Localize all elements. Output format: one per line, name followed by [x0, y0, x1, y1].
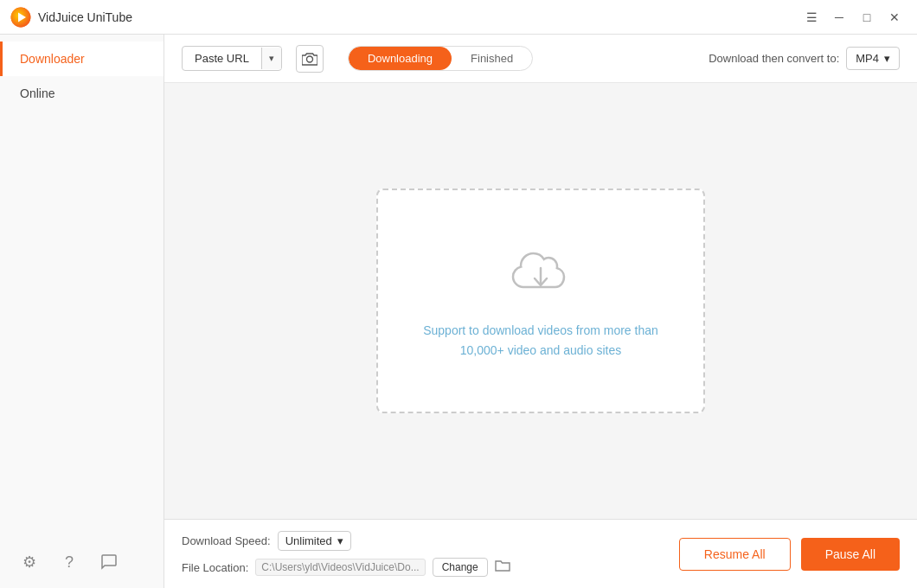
toolbar: Paste URL ▾ Downloading Finished Downloa…	[164, 35, 917, 83]
speed-value: Unlimited	[285, 534, 332, 547]
title-bar-left: VidJuice UniTube	[10, 7, 132, 28]
format-value: MP4	[856, 52, 879, 65]
title-bar: VidJuice UniTube ☰ ─ □ ✕	[0, 0, 917, 35]
footer-left: Download Speed: Unlimited ▾ File Locatio…	[182, 531, 679, 577]
main-layout: Downloader Online ⚙ ? Paste URL ▾	[0, 35, 917, 588]
minimize-button[interactable]: ─	[827, 5, 851, 29]
main-content: Support to download videos from more tha…	[164, 83, 917, 519]
sidebar-bottom: ⚙ ?	[0, 536, 164, 588]
sidebar: Downloader Online ⚙ ?	[0, 35, 164, 588]
content-area: Paste URL ▾ Downloading Finished Downloa…	[164, 35, 917, 588]
drop-zone-text: Support to download videos from more tha…	[423, 321, 658, 360]
toggle-finished[interactable]: Finished	[452, 47, 532, 70]
paste-url-button[interactable]: Paste URL ▾	[182, 46, 282, 71]
sidebar-item-online[interactable]: Online	[0, 76, 164, 111]
app-logo-icon	[10, 7, 31, 28]
folder-open-icon[interactable]	[495, 559, 510, 576]
resume-all-button[interactable]: Resume All	[679, 538, 791, 571]
sidebar-nav: Downloader Online	[0, 35, 164, 111]
change-location-button[interactable]: Change	[433, 558, 488, 577]
cloud-download-icon	[506, 242, 575, 305]
camera-button[interactable]	[296, 45, 324, 73]
footer: Download Speed: Unlimited ▾ File Locatio…	[164, 519, 917, 588]
status-toggle[interactable]: Downloading Finished	[348, 46, 533, 71]
help-icon-button[interactable]: ?	[57, 550, 81, 574]
speed-label: Download Speed:	[182, 534, 271, 547]
menu-button[interactable]: ☰	[799, 5, 824, 29]
speed-row: Download Speed: Unlimited ▾	[182, 531, 679, 551]
title-bar-controls: ☰ ─ □ ✕	[799, 5, 907, 29]
speed-select-dropdown[interactable]: Unlimited ▾	[278, 531, 351, 551]
settings-icon-button[interactable]: ⚙	[17, 550, 42, 574]
convert-label-area: Download then convert to: MP4 ▾	[709, 47, 900, 70]
sidebar-item-downloader[interactable]: Downloader	[0, 42, 164, 76]
location-row: File Location: C:\Users\yld\Videos\VidJu…	[182, 558, 679, 577]
speed-arrow-icon: ▾	[337, 534, 343, 547]
pause-all-button[interactable]: Pause All	[801, 538, 900, 571]
file-location-path: C:\Users\yld\Videos\VidJuice\Do...	[255, 559, 425, 576]
chat-icon-button[interactable]	[97, 550, 121, 574]
paste-url-dropdown-arrow[interactable]: ▾	[261, 48, 281, 69]
format-arrow-icon: ▾	[884, 52, 890, 65]
maximize-button[interactable]: □	[855, 5, 879, 29]
drop-zone: Support to download videos from more tha…	[376, 189, 705, 413]
paste-url-main-btn[interactable]: Paste URL	[183, 47, 261, 70]
footer-right: Resume All Pause All	[679, 538, 900, 571]
convert-label-text: Download then convert to:	[709, 52, 839, 65]
toggle-downloading[interactable]: Downloading	[349, 47, 452, 70]
close-button[interactable]: ✕	[882, 5, 907, 29]
app-title: VidJuice UniTube	[38, 10, 132, 24]
location-label: File Location:	[182, 561, 248, 574]
format-select-dropdown[interactable]: MP4 ▾	[846, 47, 900, 70]
